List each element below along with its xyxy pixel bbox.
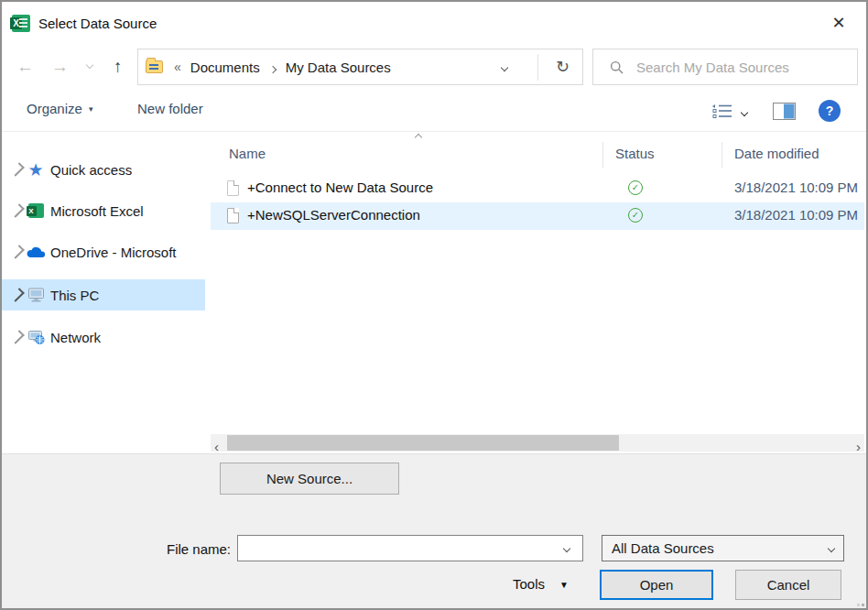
file-row-connect-to-new-data-source[interactable]: +Connect to New Data Source ✓ 3/18/2021 … [211, 175, 864, 202]
sidebar-item-label: OneDrive - Microsoft [50, 245, 177, 260]
expand-chevron-icon[interactable] [10, 203, 25, 218]
breadcrumb-collapsed-indicator[interactable]: « [174, 60, 181, 74]
tools-caret-icon: ▼ [559, 580, 569, 590]
column-header-date-modified[interactable]: Date modified [734, 146, 819, 161]
scroll-right-icon[interactable]: › [856, 439, 861, 454]
breadcrumb-separator-icon [270, 60, 276, 75]
column-headers: Name Status Date modified [211, 142, 864, 168]
file-list: Name Status Date modified +Connect to Ne… [211, 133, 864, 453]
onedrive-cloud-icon [24, 245, 48, 258]
network-icon [24, 330, 48, 345]
status-synced-icon: ✓ [628, 180, 643, 195]
organize-button[interactable]: Organize▾ [27, 101, 92, 116]
column-header-name[interactable]: Name [229, 146, 266, 161]
excel-sheet-lines [19, 18, 27, 20]
navigation-bar: ← → ↑ « Documents My Data Sources ↻ [2, 44, 866, 90]
dialog-footer: New Source... File name: All Data Source… [2, 453, 866, 608]
column-divider[interactable] [602, 142, 603, 168]
search-box [592, 49, 858, 85]
command-toolbar: Organize▾ New folder ? [2, 90, 866, 132]
file-name-text: +Connect to New Data Source [247, 180, 433, 195]
file-icon [227, 208, 239, 223]
search-input[interactable] [636, 60, 848, 75]
views-caret-icon[interactable] [741, 109, 748, 116]
window-title: Select Data Source [38, 16, 157, 31]
breadcrumb-item-documents[interactable]: Documents [190, 60, 260, 75]
scroll-left-icon[interactable]: ‹ [214, 439, 219, 454]
sidebar-item-label: This PC [50, 288, 99, 303]
folder-icon [146, 60, 163, 73]
recent-locations-chevron-icon[interactable] [86, 61, 93, 69]
title-bar: X Select Data Source ✕ [2, 2, 866, 44]
sidebar-item-label: Quick access [50, 162, 132, 178]
refresh-icon[interactable]: ↻ [556, 57, 570, 77]
preview-pane-icon[interactable] [773, 103, 796, 120]
breadcrumb-item-my-data-sources[interactable]: My Data Sources [286, 60, 391, 75]
column-divider[interactable] [722, 142, 722, 168]
file-type-value: All Data Sources [612, 540, 714, 556]
file-icon [227, 180, 239, 196]
expand-chevron-icon[interactable] [10, 162, 25, 177]
computer-icon [24, 288, 48, 303]
scrollbar-thumb[interactable] [227, 435, 619, 451]
forward-icon[interactable]: → [51, 56, 69, 78]
expand-chevron-icon[interactable] [10, 245, 25, 259]
select-data-source-dialog: X Select Data Source ✕ ← → ↑ « Documents… [0, 0, 868, 610]
open-button[interactable]: Open [600, 570, 713, 600]
resize-grip[interactable] [862, 604, 864, 606]
views-icon[interactable] [711, 103, 735, 120]
sidebar-item-quick-access[interactable]: ★ Quick access [2, 154, 205, 185]
sidebar-item-label: Network [50, 330, 101, 345]
up-icon[interactable]: ↑ [114, 56, 123, 78]
quick-access-star-icon: ★ [24, 161, 48, 179]
close-icon[interactable]: ✕ [826, 11, 852, 35]
expand-chevron-icon[interactable] [10, 330, 25, 344]
horizontal-scrollbar[interactable]: ‹ › [211, 434, 864, 452]
file-row-new-sql-server-connection[interactable]: +NewSQLServerConnection ✓ 3/18/2021 10:0… [211, 202, 864, 230]
address-divider [537, 54, 538, 81]
excel-icon: X [24, 203, 48, 218]
address-bar[interactable]: « Documents My Data Sources ↻ [137, 49, 583, 85]
cancel-button[interactable]: Cancel [735, 570, 841, 600]
excel-app-icon: X [12, 15, 30, 32]
tools-button[interactable]: Tools▼ [513, 576, 569, 592]
sidebar-item-label: Microsoft Excel [50, 203, 144, 219]
new-source-button[interactable]: New Source... [220, 463, 399, 495]
folder-decoration [149, 64, 158, 66]
navigation-pane: ★ Quick access X Microsoft Excel OneDriv… [2, 133, 208, 453]
help-icon[interactable]: ? [819, 100, 841, 122]
date-modified-text: 3/18/2021 10:09 PM [734, 180, 864, 195]
back-icon[interactable]: ← [16, 56, 34, 78]
sidebar-item-microsoft-excel[interactable]: X Microsoft Excel [2, 195, 205, 226]
file-type-select[interactable]: All Data Sources [602, 535, 844, 561]
column-header-status[interactable]: Status [615, 146, 655, 161]
file-type-chevron-icon [828, 544, 835, 551]
search-icon [610, 60, 624, 74]
file-name-text: +NewSQLServerConnection [247, 207, 420, 223]
date-modified-text: 3/18/2021 10:09 PM [734, 207, 864, 223]
file-name-input[interactable] [237, 535, 583, 561]
address-dropdown-chevron-icon[interactable] [501, 64, 508, 71]
status-synced-icon: ✓ [628, 208, 643, 223]
organize-caret-icon: ▾ [89, 104, 93, 114]
file-name-label: File name: [148, 541, 231, 557]
sort-ascending-icon[interactable] [415, 134, 422, 141]
new-folder-button[interactable]: New folder [137, 101, 203, 116]
sidebar-item-onedrive[interactable]: OneDrive - Microsoft [2, 236, 205, 267]
expand-chevron-icon[interactable] [10, 288, 25, 302]
sidebar-item-this-pc[interactable]: This PC [2, 279, 205, 310]
sidebar-item-network[interactable]: Network [2, 321, 205, 353]
